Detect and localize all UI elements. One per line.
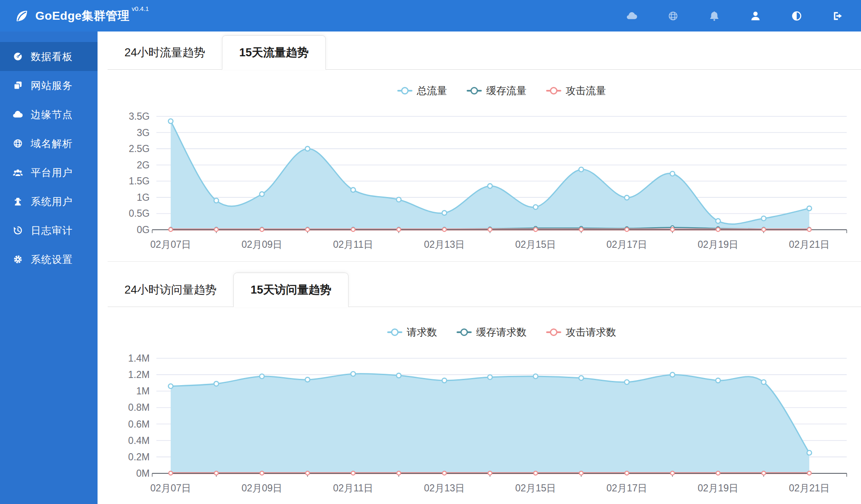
sidebar-item-platform-users[interactable]: 平台用户 [0, 158, 98, 187]
sidebar-item-label: 边缘节点 [31, 108, 73, 121]
svg-text:02月11日: 02月11日 [333, 483, 373, 494]
dashboard-gauge-icon [12, 51, 24, 62]
sidebar-item-system-users[interactable]: 系统用户 [0, 187, 98, 216]
globe-icon [12, 138, 24, 149]
svg-text:02月17日: 02月17日 [606, 483, 647, 494]
gear-icon [12, 254, 24, 265]
bell-icon[interactable] [707, 9, 721, 23]
svg-text:0.6M: 0.6M [128, 419, 150, 430]
logout-icon[interactable] [831, 9, 845, 23]
svg-text:02月15日: 02月15日 [515, 239, 556, 250]
sidebar-item-label: 平台用户 [31, 166, 73, 179]
svg-text:3G: 3G [137, 127, 150, 138]
legend-item-cache-requests[interactable]: 缓存请求数 [457, 326, 527, 339]
app-title: GoEdge集群管理 [35, 9, 129, 22]
svg-text:0.5G: 0.5G [129, 208, 150, 219]
svg-text:0G: 0G [137, 224, 150, 235]
traffic-legend: 总流量 缓存流量 攻击流量 [156, 83, 847, 99]
sidebar-item-label: 数据看板 [31, 50, 73, 63]
sidebar-nav: 数据看板 网站服务 边缘节点 域名解析 平台用户 [0, 32, 98, 504]
legend-item-attack-traffic[interactable]: 攻击流量 [546, 84, 606, 97]
svg-text:2G: 2G [137, 160, 150, 171]
sidebar-item-audit-logs[interactable]: 日志审计 [0, 216, 98, 245]
sidebar-item-dns[interactable]: 域名解析 [0, 129, 98, 158]
legend-marker [467, 87, 482, 94]
sidebar-item-label: 日志审计 [31, 224, 73, 237]
svg-text:0.2M: 0.2M [128, 452, 150, 462]
cloud-icon [12, 109, 24, 120]
svg-text:02月13日: 02月13日 [424, 239, 465, 250]
svg-text:02月07日: 02月07日 [150, 483, 191, 494]
legend-marker [546, 328, 561, 336]
svg-text:02月11日: 02月11日 [333, 239, 373, 250]
legend-item-cache-traffic[interactable]: 缓存流量 [467, 84, 527, 97]
legend-marker [546, 87, 561, 94]
legend-item-total-traffic[interactable]: 总流量 [397, 84, 447, 97]
svg-text:02月07日: 02月07日 [150, 239, 191, 250]
requests-area-chart[interactable]: 1.4M1.2M1M0.8M0.6M0.4M0.2M0M02月07日02月09日… [101, 349, 861, 504]
clone-icon [12, 80, 24, 91]
svg-text:0.8M: 0.8M [128, 402, 150, 413]
svg-text:02月21日: 02月21日 [789, 239, 829, 250]
sidebar-item-label: 系统用户 [31, 195, 73, 208]
sidebar-item-label: 系统设置 [31, 253, 73, 266]
app-version: v0.4.1 [132, 5, 149, 12]
tab-24h-requests[interactable]: 24小时访问量趋势 [108, 273, 233, 307]
header-icon-bar [625, 0, 845, 32]
users-icon [12, 167, 24, 178]
top-header: GoEdge集群管理v0.4.1 [0, 0, 861, 32]
cloud-icon[interactable] [625, 9, 639, 23]
requests-legend: 请求数 缓存请求数 攻击请求数 [156, 324, 847, 340]
legend-item-requests[interactable]: 请求数 [387, 326, 437, 339]
svg-text:0M: 0M [136, 468, 150, 479]
sidebar-item-websites[interactable]: 网站服务 [0, 71, 98, 100]
sidebar-item-label: 网站服务 [31, 79, 73, 92]
svg-text:02月17日: 02月17日 [606, 239, 647, 250]
svg-text:02月19日: 02月19日 [697, 239, 738, 250]
user-secret-icon [12, 196, 24, 207]
requests-tabbar: 24小时访问量趋势 15天访问量趋势 [108, 273, 861, 307]
user-icon[interactable] [748, 9, 763, 23]
svg-text:02月21日: 02月21日 [789, 483, 829, 494]
svg-text:02月15日: 02月15日 [515, 483, 556, 494]
svg-text:1M: 1M [136, 386, 150, 396]
svg-text:2.5G: 2.5G [129, 143, 150, 154]
traffic-tabbar: 24小时流量趋势 15天流量趋势 [108, 35, 861, 70]
svg-text:02月09日: 02月09日 [241, 483, 282, 494]
sidebar-item-edge-nodes[interactable]: 边缘节点 [0, 100, 98, 129]
sidebar-item-settings[interactable]: 系统设置 [0, 245, 98, 274]
contrast-icon[interactable] [790, 9, 804, 23]
tab-15d-requests[interactable]: 15天访问量趋势 [233, 273, 349, 307]
svg-text:1.5G: 1.5G [129, 176, 150, 186]
tab-24h-traffic[interactable]: 24小时流量趋势 [108, 35, 222, 69]
legend-marker [387, 328, 402, 336]
svg-text:3.5G: 3.5G [129, 111, 150, 122]
app-logo[interactable]: GoEdge集群管理v0.4.1 [14, 8, 149, 24]
sidebar-item-dashboard[interactable]: 数据看板 [0, 42, 98, 71]
legend-item-attack-requests[interactable]: 攻击请求数 [546, 326, 616, 339]
legend-marker [457, 328, 472, 336]
history-icon [12, 225, 24, 236]
svg-text:1.2M: 1.2M [128, 369, 150, 380]
sidebar-item-label: 域名解析 [31, 137, 73, 150]
legend-marker [397, 87, 412, 94]
svg-text:02月13日: 02月13日 [424, 483, 465, 494]
goedge-admin-app: GoEdge集群管理v0.4.1 [0, 0, 861, 504]
svg-text:02月19日: 02月19日 [697, 483, 738, 494]
globe-icon[interactable] [666, 9, 680, 23]
section-divider [108, 261, 861, 262]
svg-text:1G: 1G [137, 192, 150, 203]
svg-text:02月09日: 02月09日 [241, 239, 282, 250]
traffic-area-chart[interactable]: 3.5G3G2.5G2G1.5G1G0.5G0G02月07日02月09日02月1… [101, 101, 861, 260]
svg-text:1.4M: 1.4M [128, 353, 150, 364]
tab-15d-traffic[interactable]: 15天流量趋势 [222, 35, 326, 70]
svg-text:0.4M: 0.4M [128, 435, 150, 446]
main-content: 24小时流量趋势 15天流量趋势 总流量 缓存流量 攻击流量 3.5G3G2.5… [98, 32, 861, 504]
leaf-logo-icon [14, 8, 29, 24]
